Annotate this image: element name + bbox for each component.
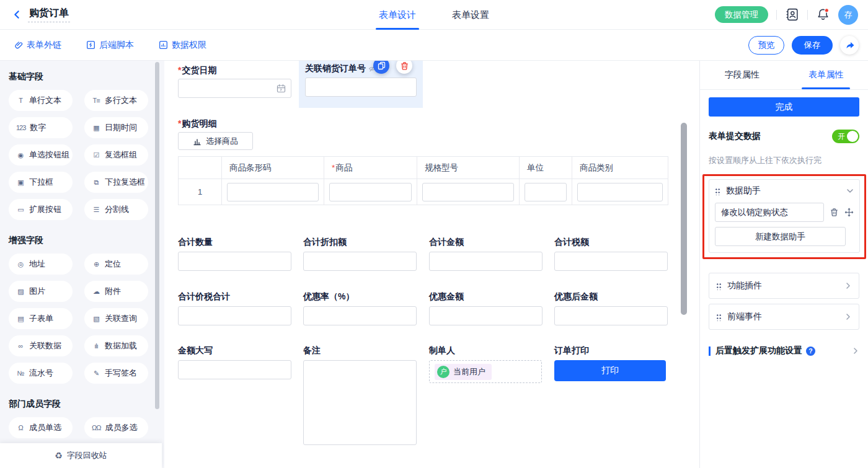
plugin-section-card[interactable]: 功能插件 [709,273,859,299]
tab-field-properties[interactable]: 字段属性 [700,61,784,89]
done-button[interactable]: 完成 [709,97,859,117]
backend-script-button[interactable]: 后端脚本 [86,40,134,51]
current-user-chip: 户 当前用户 [435,364,492,380]
field-type-item[interactable]: ✎手写签名 [84,363,148,384]
preview-button[interactable]: 预览 [748,36,784,55]
drag-handle-icon[interactable] [715,187,720,195]
print-button[interactable]: 打印 [554,360,666,381]
total-discount-input[interactable] [303,252,417,271]
total-tax-input[interactable] [554,252,668,271]
creator-value-box[interactable]: 户 当前用户 [429,360,542,383]
share-button[interactable] [840,36,859,55]
field-total-quantity[interactable]: 合计数量 [178,237,291,271]
new-data-assistant-button[interactable]: 新建数据助手 [715,227,846,246]
field-type-item[interactable]: ☁附件 [84,281,148,302]
after-discount-amount-input[interactable] [554,306,668,325]
field-type-item[interactable]: №流水号 [9,363,73,384]
field-related-sales-order-selected[interactable]: 关联销货订单号 [299,61,423,108]
field-type-item[interactable]: ☰分割线 [84,199,148,220]
product-cell-input[interactable] [329,183,412,201]
toggle-on-label: 开 [838,130,845,143]
field-type-item[interactable]: ⊕定位 [84,254,148,275]
field-type-item[interactable]: ◉单选按钮组 [9,144,73,166]
page-title[interactable]: 购货订单 [28,7,70,22]
external-link-button[interactable]: 表单外链 [14,40,61,51]
drag-handle-icon[interactable] [716,313,722,321]
field-type-item[interactable]: ▦日期时间 [84,117,148,138]
save-button[interactable]: 保存 [792,36,833,55]
back-button[interactable] [12,10,22,19]
total-with-tax-input[interactable] [178,306,291,325]
avatar[interactable]: 存 [838,5,858,25]
move-assistant-button[interactable] [844,208,854,217]
tab-form-properties[interactable]: 表单属性 [784,61,868,89]
field-type-label: 下拉框 [29,177,53,188]
field-type-item[interactable]: ▣下拉框 [9,172,73,193]
field-total-discount[interactable]: 合计折扣额 [303,237,417,271]
field-label: 合计税额 [554,237,668,247]
total-quantity-input[interactable] [178,252,291,271]
field-type-item[interactable]: ▤子表单 [9,308,73,329]
category-cell-input[interactable] [577,183,663,201]
canvas-scrollbar[interactable] [681,123,687,315]
help-icon[interactable]: ? [806,347,815,356]
sidebar-scrollbar[interactable] [155,62,159,409]
tab-form-settings[interactable]: 表单设置 [452,0,489,30]
field-amount-in-words[interactable]: 金额大写 [178,345,291,379]
field-type-item[interactable]: ◎地址 [9,254,73,275]
barcode-cell-input[interactable] [227,183,319,201]
field-type-item[interactable]: T单行文本 [9,90,73,111]
delivery-date-input[interactable] [178,79,291,98]
field-type-item[interactable]: ılı数据加载 [84,335,148,356]
field-type-item[interactable]: ▧关联查询 [84,308,148,329]
data-manage-button[interactable]: 数据管理 [715,6,768,23]
field-type-item[interactable]: 123数字 [9,117,73,138]
field-type-item[interactable]: T≡多行文本 [84,90,148,111]
field-type-item[interactable]: ∞关联数据 [9,335,73,356]
field-total-amount[interactable]: 合计金额 [429,237,542,271]
delete-assistant-button[interactable] [830,208,839,217]
post-trigger-settings-row[interactable]: 后置触发扩展功能设置 ? [709,345,859,356]
field-order-print[interactable]: 订单打印 打印 [554,345,668,381]
select-product-button[interactable]: 选择商品 [178,132,253,150]
field-recycle-bin[interactable]: ♻ 字段回收站 [0,443,162,468]
total-amount-input[interactable] [429,252,542,271]
data-assistant-item[interactable]: 修改以销定购状态 [715,203,824,222]
field-type-item[interactable]: ⧉下拉复选框 [84,172,148,193]
field-total-with-tax[interactable]: 合计价税合计 [178,291,291,325]
field-total-tax[interactable]: 合计税额 [554,237,668,271]
amount-in-words-input[interactable] [178,360,291,379]
field-type-item[interactable]: ▨图片 [9,281,73,302]
submit-data-toggle[interactable]: 开 [832,130,859,143]
tab-form-design[interactable]: 表单设计 [379,0,416,30]
spec-cell-input[interactable] [422,183,514,201]
field-type-icon: ▣ [16,179,25,187]
field-creator[interactable]: 制单人 户 当前用户 [429,345,542,383]
field-discount-rate[interactable]: 优惠率（%） [303,291,417,325]
contact-book-button[interactable] [785,7,799,22]
field-type-item[interactable]: Ω成员单选 [9,417,73,438]
related-sales-order-input[interactable] [305,77,417,97]
field-label: 合计数量 [178,237,291,247]
frontend-event-section-card[interactable]: 前端事件 [709,304,859,330]
data-permission-button[interactable]: 数据权限 [159,40,206,51]
field-delivery-date[interactable]: *交货日期 [178,65,291,98]
field-type-icon: ◎ [16,260,25,268]
notification-bell-button[interactable] [816,7,830,22]
field-type-item[interactable]: ☑复选框组 [84,144,148,166]
field-after-discount-amount[interactable]: 优惠后金额 [554,291,668,325]
field-type-item[interactable]: ▭扩展按钮 [9,199,73,220]
column-header [179,157,222,179]
field-type-item[interactable]: ΩΩ成员多选 [84,417,148,438]
trash-icon [830,208,839,217]
collapse-section-button[interactable] [846,187,854,195]
discount-amount-input[interactable] [429,306,542,325]
field-discount-amount[interactable]: 优惠金额 [429,291,542,325]
drag-handle-icon[interactable] [716,282,722,290]
field-type-icon: ılı [92,342,100,350]
remark-textarea[interactable] [303,360,417,445]
field-type-label: 日期时间 [105,122,137,133]
discount-rate-input[interactable] [303,306,417,325]
field-remark[interactable]: 备注 [303,345,417,445]
unit-cell-input[interactable] [525,183,567,201]
